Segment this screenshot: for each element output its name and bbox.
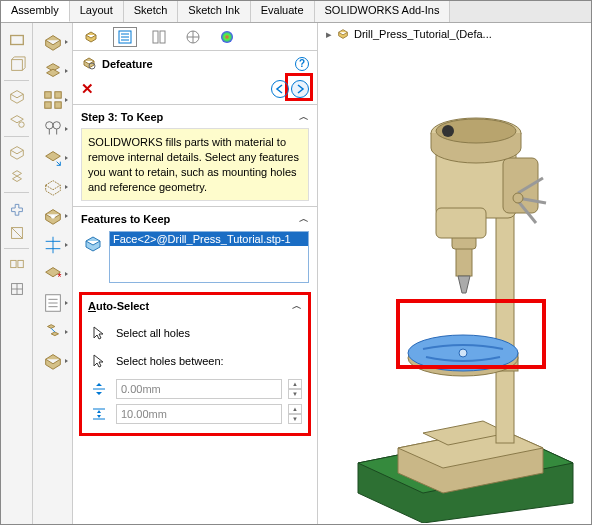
svg-rect-4 [10, 260, 15, 267]
highlight-box-table [396, 299, 546, 369]
property-panel: Defeature ? ✕ Step 3: To Keep ︿ SOLIDWOR… [73, 23, 318, 524]
svg-rect-5 [17, 260, 22, 267]
smart-fastener-icon[interactable] [36, 115, 70, 143]
left-toolbar-1 [1, 23, 33, 524]
tab-addins[interactable]: SOLIDWORKS Add-Ins [315, 1, 451, 22]
svg-rect-7 [44, 92, 50, 98]
toolbar-icon-2[interactable] [3, 53, 31, 77]
property-manager-tab-icon[interactable] [113, 27, 137, 47]
svg-line-3 [11, 228, 22, 239]
min-diameter-icon [88, 378, 110, 400]
face-icon [81, 231, 105, 255]
bom-icon[interactable] [36, 289, 70, 317]
geometry-icon[interactable] [36, 231, 70, 259]
new-motion-icon[interactable]: * [36, 260, 70, 288]
drill-press-model[interactable] [348, 53, 578, 523]
panel-title: Defeature [102, 58, 153, 70]
svg-point-1 [18, 122, 23, 127]
tab-sketchink[interactable]: Sketch Ink [178, 1, 250, 22]
svg-point-51 [513, 193, 523, 203]
svg-rect-0 [10, 36, 23, 45]
toolbar-icon-5[interactable] [3, 140, 31, 164]
features-title: Features to Keep [81, 213, 170, 225]
svg-rect-10 [54, 102, 60, 108]
toolbar-icon-1[interactable] [3, 28, 31, 52]
auto-select-title: Auto-Select [88, 300, 149, 312]
svg-point-11 [45, 122, 52, 129]
svg-point-47 [442, 125, 454, 137]
svg-text:*: * [57, 272, 61, 283]
move-icon[interactable] [36, 144, 70, 172]
toolbar-icon-6[interactable] [3, 165, 31, 189]
show-hidden-icon[interactable] [36, 173, 70, 201]
ribbon-tabs: Assembly Layout Sketch Sketch Ink Evalua… [1, 1, 591, 23]
min-diameter-input[interactable] [116, 379, 282, 399]
tab-layout[interactable]: Layout [70, 1, 124, 22]
svg-rect-8 [54, 92, 60, 98]
collapse-icon[interactable]: ︿ [299, 212, 309, 226]
dimxpert-tab-icon[interactable] [181, 27, 205, 47]
feature-item[interactable]: Face<2>@Drill_Press_Tutorial.stp-1 [110, 232, 308, 246]
cursor-icon [88, 322, 110, 344]
pattern-icon[interactable] [36, 86, 70, 114]
step-description: SOLIDWORKS fills parts with material to … [81, 128, 309, 201]
display-manager-tab-icon[interactable] [215, 27, 239, 47]
toolbar-icon-9[interactable] [3, 252, 31, 276]
left-toolbar-2: * [33, 23, 73, 524]
defeature-icon [81, 55, 97, 73]
svg-rect-25 [160, 31, 165, 43]
step-title: Step 3: To Keep [81, 111, 163, 123]
spin-down[interactable]: ▼ [288, 389, 302, 399]
cursor-icon [88, 350, 110, 372]
select-holes-between-button[interactable]: Select holes between: [116, 355, 224, 367]
features-listbox[interactable]: Face<2>@Drill_Press_Tutorial.stp-1 [109, 231, 309, 283]
tab-sketch[interactable]: Sketch [124, 1, 179, 22]
spin-up[interactable]: ▲ [288, 404, 302, 414]
collapse-icon[interactable]: ︿ [292, 299, 302, 313]
instant3d-icon[interactable] [36, 347, 70, 375]
toolbar-icon-4[interactable] [3, 109, 31, 133]
step-section: Step 3: To Keep ︿ SOLIDWORKS fills parts… [73, 104, 317, 206]
toolbar-icon-7[interactable] [3, 196, 31, 220]
cancel-button[interactable]: ✕ [81, 80, 94, 98]
svg-point-13 [51, 215, 55, 219]
svg-point-12 [53, 122, 60, 129]
svg-rect-43 [436, 208, 486, 238]
breadcrumb[interactable]: ▸ Drill_Press_Tutorial_(Defa... [326, 27, 492, 41]
toolbar-icon-8[interactable] [3, 221, 31, 245]
select-all-holes-button[interactable]: Select all holes [116, 327, 190, 339]
back-button[interactable] [271, 80, 289, 98]
panel-nav: ✕ [73, 77, 317, 104]
svg-point-29 [221, 31, 233, 43]
tab-evaluate[interactable]: Evaluate [251, 1, 315, 22]
toolbar-icon-3[interactable] [3, 84, 31, 108]
graphics-viewport[interactable]: ▸ Drill_Press_Tutorial_(Defa... [318, 23, 591, 524]
feature-tree-tab-icon[interactable] [79, 27, 103, 47]
help-icon[interactable]: ? [295, 57, 309, 71]
chevron-right-icon: ▸ [326, 28, 332, 41]
next-button[interactable] [291, 80, 309, 98]
mate-icon[interactable] [36, 57, 70, 85]
features-section: Features to Keep ︿ Face<2>@Drill_Press_T… [73, 206, 317, 288]
max-diameter-input[interactable] [116, 404, 282, 424]
spin-down[interactable]: ▼ [288, 414, 302, 424]
svg-rect-24 [153, 31, 158, 43]
exploded-icon[interactable] [36, 318, 70, 346]
auto-select-section: Auto-Select ︿ Select all holes Select ho… [79, 292, 311, 436]
collapse-icon[interactable]: ︿ [299, 110, 309, 124]
assembly-icon [336, 27, 350, 41]
max-diameter-icon [88, 403, 110, 425]
panel-tabs [73, 23, 317, 51]
breadcrumb-label: Drill_Press_Tutorial_(Defa... [354, 28, 492, 40]
tab-assembly[interactable]: Assembly [1, 1, 70, 22]
svg-rect-9 [44, 102, 50, 108]
svg-line-19 [51, 328, 55, 332]
toolbar-icon-10[interactable] [3, 277, 31, 301]
config-manager-tab-icon[interactable] [147, 27, 171, 47]
spin-up[interactable]: ▲ [288, 379, 302, 389]
panel-header: Defeature ? [73, 51, 317, 77]
insert-component-icon[interactable] [36, 28, 70, 56]
features-icon[interactable] [36, 202, 70, 230]
svg-rect-40 [456, 248, 472, 276]
